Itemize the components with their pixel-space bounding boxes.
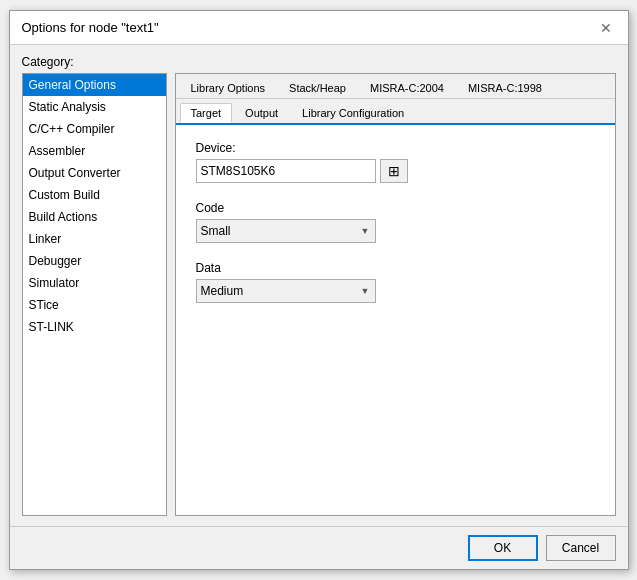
code-label: Code [196,201,595,215]
dialog-title: Options for node "text1" [22,20,159,35]
code-select-wrapper: Small Medium Large [196,219,376,243]
sidebar-item-stice[interactable]: STice [23,294,166,316]
main-panel: Library Options Stack/Heap MISRA-C:2004 … [175,73,616,516]
sidebar-item-static-analysis[interactable]: Static Analysis [23,96,166,118]
code-field-group: Code Small Medium Large [196,201,595,243]
device-input[interactable] [196,159,376,183]
title-bar: Options for node "text1" ✕ [10,11,628,45]
options-dialog: Options for node "text1" ✕ Category: Gen… [9,10,629,570]
tab-library-config[interactable]: Library Configuration [291,103,415,123]
code-select[interactable]: Small Medium Large [196,219,376,243]
content-area: General Options Static Analysis C/C++ Co… [22,73,616,516]
tab-misra-2004[interactable]: MISRA-C:2004 [359,78,455,98]
tab-misra-1998[interactable]: MISRA-C:1998 [457,78,553,98]
tab-output[interactable]: Output [234,103,289,123]
data-select[interactable]: Small Medium Large [196,279,376,303]
dialog-footer: OK Cancel [10,526,628,569]
category-label: Category: [22,55,616,69]
sidebar: General Options Static Analysis C/C++ Co… [22,73,167,516]
sidebar-item-output-converter[interactable]: Output Converter [23,162,166,184]
sidebar-item-linker[interactable]: Linker [23,228,166,250]
tab-library-options[interactable]: Library Options [180,78,277,98]
device-row: ⊞ [196,159,595,183]
close-button[interactable]: ✕ [596,18,616,38]
target-tab-content: Device: ⊞ Code Small [176,125,615,515]
data-field-group: Data Small Medium Large [196,261,595,303]
tab-stack-heap[interactable]: Stack/Heap [278,78,357,98]
sidebar-item-st-link[interactable]: ST-LINK [23,316,166,338]
device-label: Device: [196,141,595,155]
sidebar-item-general-options[interactable]: General Options [23,74,166,96]
tabs-row1: Library Options Stack/Heap MISRA-C:2004 … [176,74,615,99]
browse-button[interactable]: ⊞ [380,159,408,183]
sidebar-item-cpp-compiler[interactable]: C/C++ Compiler [23,118,166,140]
cancel-button[interactable]: Cancel [546,535,616,561]
ok-button[interactable]: OK [468,535,538,561]
browse-icon: ⊞ [388,163,400,179]
device-field-group: Device: ⊞ [196,141,595,183]
tab-target[interactable]: Target [180,103,233,123]
data-label: Data [196,261,595,275]
sidebar-item-custom-build[interactable]: Custom Build [23,184,166,206]
tabs-row2: Target Output Library Configuration [176,99,615,125]
data-select-wrapper: Small Medium Large [196,279,376,303]
sidebar-item-debugger[interactable]: Debugger [23,250,166,272]
dialog-body: Category: General Options Static Analysi… [10,45,628,526]
sidebar-item-assembler[interactable]: Assembler [23,140,166,162]
sidebar-item-build-actions[interactable]: Build Actions [23,206,166,228]
sidebar-item-simulator[interactable]: Simulator [23,272,166,294]
